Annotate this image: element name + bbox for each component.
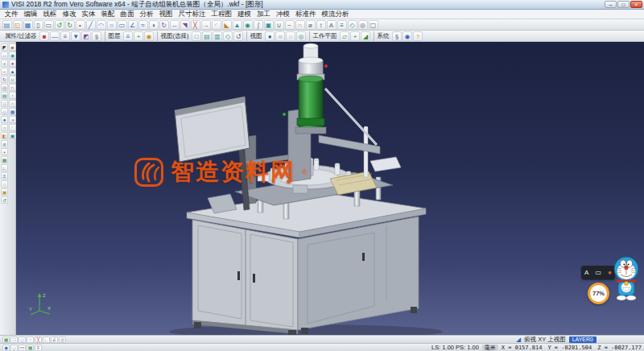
menu-item[interactable]: 冲模 (274, 10, 293, 19)
chamfer-icon[interactable]: ◣ (222, 20, 232, 30)
zoom-out-icon[interactable]: − (1, 68, 8, 75)
coord-rel-icon[interactable]: ◇ (10, 345, 18, 351)
view-iso-icon[interactable]: ◇ (223, 31, 233, 41)
zoom-all-icon[interactable]: ◎ (296, 31, 306, 41)
cone-icon[interactable]: ▲ (9, 68, 16, 75)
sphere-icon[interactable]: ● (9, 60, 16, 67)
cylinder-icon[interactable]: ◉ (9, 52, 16, 59)
refresh-icon[interactable]: ↺ (1, 196, 8, 204)
menu-item[interactable]: 尺寸标注 (175, 10, 208, 19)
subtract-icon[interactable]: ∩ (9, 84, 16, 91)
snap-grid-icon[interactable]: ▦ (2, 337, 10, 343)
layers-icon[interactable]: ≡ (1, 172, 8, 180)
menu-item[interactable]: 标准件 (293, 10, 320, 19)
select-arrow-icon[interactable]: ◤ (1, 43, 8, 51)
annotate-text-icon[interactable]: A (584, 269, 588, 277)
annotate-shape-icon[interactable]: ▭ (595, 269, 601, 277)
view-front-icon[interactable]: ▤ (202, 31, 212, 41)
filter-dropdown-icon[interactable]: ▼ (71, 31, 80, 41)
angle-icon[interactable]: ∠ (128, 20, 138, 30)
units-icon[interactable]: ▭ (19, 345, 26, 351)
zoom-window-icon[interactable]: ▢ (369, 20, 378, 30)
layer-list-icon[interactable]: ≡ (123, 31, 133, 41)
sweep-icon[interactable]: ∫ (254, 20, 263, 30)
press-tower[interactable] (283, 43, 328, 182)
save-icon[interactable]: ▦ (23, 20, 33, 30)
line-type-icon[interactable]: ― (50, 31, 60, 41)
layer-visibility-icon[interactable]: ◉ (144, 31, 154, 41)
zoom-in-icon[interactable]: + (1, 60, 8, 67)
hole-icon[interactable]: ○ (9, 100, 16, 107)
top-view-icon[interactable]: □ (1, 100, 8, 107)
units-chip[interactable]: 毫米 (482, 345, 498, 351)
shaded-icon[interactable]: ● (1, 116, 8, 123)
union-icon[interactable]: ∪ (9, 76, 16, 83)
layer-add-icon[interactable]: + (134, 31, 143, 41)
boolean-union-icon[interactable]: ∪ (275, 20, 284, 30)
maximize-button[interactable]: □ (617, 1, 630, 8)
zoom-fit-icon[interactable]: ◎ (358, 20, 368, 30)
undo-icon[interactable]: ↺ (55, 20, 64, 30)
revolve-icon[interactable]: ◉ (243, 20, 253, 30)
front-view-icon[interactable]: ▤ (1, 92, 8, 99)
lock-icon[interactable]: ▣ (1, 188, 8, 196)
extrude-up-icon[interactable]: ↑ (9, 92, 16, 99)
menu-item[interactable]: 实体 (79, 10, 98, 19)
settings-icon[interactable]: § (392, 31, 402, 41)
scale-icon[interactable]: ◥ (180, 20, 190, 30)
view-top-icon[interactable]: □ (192, 31, 201, 41)
cad-3d-viewport[interactable]: 智造资料网 ® Z X Y A▭● 77% (16, 42, 644, 335)
rectangle-icon[interactable]: ▭ (118, 20, 127, 30)
coord-abs-icon[interactable]: ◉ (2, 345, 10, 351)
rotate-view-icon[interactable]: ↻ (1, 76, 8, 83)
color-swatch-icon[interactable]: ■ (39, 31, 49, 41)
iso-view-icon[interactable]: ◇ (1, 108, 8, 115)
shell-icon[interactable]: ▣ (264, 20, 274, 30)
view-side-icon[interactable]: ▥ (213, 31, 222, 41)
snap-end-icon[interactable]: □ (10, 337, 18, 343)
circle-icon[interactable]: ○ (107, 20, 117, 30)
menu-item[interactable]: 装配 (98, 10, 118, 19)
snap-intersect-icon[interactable]: ╳ (35, 337, 42, 343)
workplane-xy-icon[interactable]: ▱ (340, 31, 349, 41)
menu-item[interactable]: 视图 (156, 10, 175, 19)
line-width-icon[interactable]: ≡ (60, 31, 70, 41)
new-file-icon[interactable]: ▤ (2, 20, 12, 30)
trim-icon[interactable]: ╳ (191, 20, 200, 30)
shell-3d-icon[interactable]: ▣ (9, 132, 16, 139)
menu-item[interactable]: 工程图 (208, 10, 235, 19)
hidden-line-icon[interactable]: ◌ (286, 31, 295, 41)
menu-item[interactable]: 文件 (2, 10, 21, 19)
ortho-toggle-icon[interactable]: ∟ (43, 337, 50, 343)
zoom-fit-icon[interactable]: ◎ (1, 84, 8, 91)
measure-icon[interactable]: ⌀ (1, 140, 8, 147)
ortho-icon[interactable]: ∟ (1, 164, 8, 171)
view-mode-label[interactable]: 俯视 XY 上视图 (524, 336, 566, 344)
dimension-icon[interactable]: ↕ (316, 20, 326, 30)
active-layer-chip[interactable]: LAYER0 (569, 337, 597, 343)
workplane-align-icon[interactable]: ◢ (361, 31, 370, 41)
help-icon[interactable]: ? (413, 31, 423, 41)
menu-item[interactable]: 编辑 (21, 10, 40, 19)
selection-filter-icon[interactable]: ◩ (81, 31, 91, 41)
arc-icon[interactable]: ◠ (97, 20, 106, 30)
menu-item[interactable]: 线框 (40, 10, 60, 19)
snap-center-icon[interactable]: ○ (27, 337, 34, 343)
menu-item[interactable]: 加工 (254, 10, 274, 19)
extrude-icon[interactable]: ▲ (233, 20, 242, 30)
text-icon[interactable]: A (327, 20, 336, 30)
shaded-view-icon[interactable]: ● (265, 31, 275, 41)
polar-toggle-icon[interactable]: ∠ (51, 337, 58, 343)
pattern-icon[interactable]: ▦ (9, 108, 16, 115)
cad-model-canvas[interactable] (16, 42, 644, 335)
section-icon[interactable]: ◧ (1, 132, 8, 139)
minimize-button[interactable]: – (605, 1, 617, 8)
spline-icon[interactable]: ≈ (138, 20, 148, 30)
system-info-icon[interactable]: ◉ (402, 31, 412, 41)
list-icon[interactable]: ≡ (35, 345, 42, 351)
grid-icon[interactable]: ▦ (1, 156, 8, 163)
snap-mid-icon[interactable]: ◇ (19, 337, 26, 343)
iso-view-icon[interactable]: ◇ (348, 20, 357, 30)
boolean-subtract-icon[interactable]: − (285, 20, 295, 30)
properties-icon[interactable]: § (92, 31, 101, 41)
